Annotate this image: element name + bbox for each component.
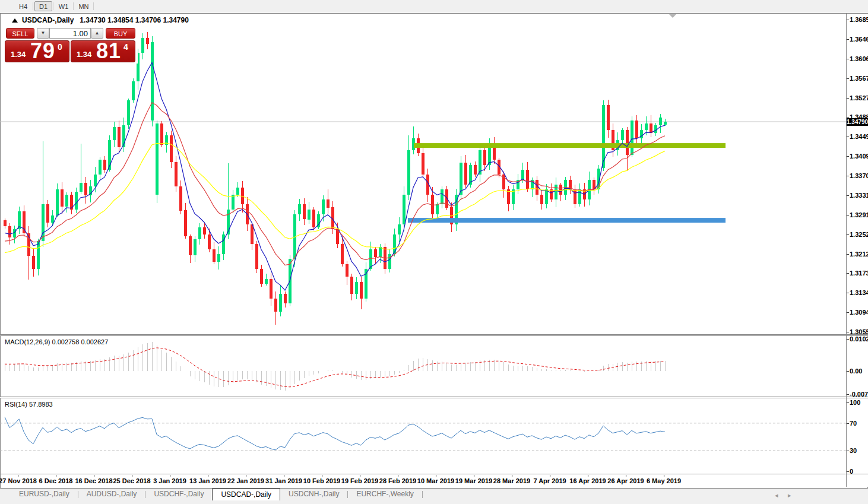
date-axis-label: 28 Mar 2019 <box>493 477 530 484</box>
date-axis-label: 26 Apr 2019 <box>607 477 644 484</box>
chart-tabs: EURUSD-,DailyAUDUSD-,DailyUSDCHF-,DailyU… <box>11 489 423 500</box>
date-axis-label: 6 Dec 2018 <box>39 477 73 484</box>
timeframe-button-w1[interactable]: W1 <box>55 1 72 11</box>
price-axis-label: 1.30940 <box>850 309 868 316</box>
macd-signal-line <box>5 348 665 387</box>
buy-price-prefix: 1.34 <box>77 50 91 59</box>
rsi-axis-label-tick <box>847 451 849 451</box>
symbol-triangle-icon[interactable] <box>12 18 18 23</box>
date-axis-label: 31 Jan 2019 <box>265 477 302 484</box>
chart-title-symbol: USDCAD-,Daily <box>22 16 74 24</box>
price-axis-label-tick <box>847 39 849 40</box>
rsi-axis-label-tick <box>847 471 849 472</box>
price-axis-label: 1.33700 <box>850 172 868 179</box>
date-axis-label: 27 Nov 2018 <box>0 477 37 484</box>
price-axis-label: 1.35270 <box>850 94 868 102</box>
rsi-line <box>5 417 665 451</box>
price-axis-label: 1.34090 <box>850 153 868 160</box>
rsi-axis-label-tick <box>847 423 849 424</box>
chart-tab-audusd[interactable]: AUDUSD-,Daily <box>78 489 145 500</box>
toolbar-separator <box>93 2 94 10</box>
buy-price-sup: 4 <box>123 42 128 52</box>
price-axis-label-tick <box>847 332 849 332</box>
pane-divider[interactable] <box>0 397 868 398</box>
buy-price-tile[interactable]: 1.34 81 4 <box>71 40 135 62</box>
price-axis-label: 1.34490 <box>850 133 868 140</box>
chart-title-ohlc: 1.34730 1.34854 1.34706 1.34790 <box>80 16 189 24</box>
macd-axis-label-tick <box>847 394 849 395</box>
toolbar-separator <box>33 2 33 10</box>
resistance-line[interactable] <box>414 143 726 148</box>
date-axis-label: 22 Jan 2019 <box>227 477 264 484</box>
timeframe-button-mn[interactable]: MN <box>75 1 93 11</box>
price-axis-label-tick <box>847 137 849 137</box>
price-axis-label-tick <box>847 20 849 20</box>
chart-tab-usdchf[interactable]: USDCHF-,Daily <box>145 489 212 500</box>
sell-button[interactable]: SELL <box>6 28 34 39</box>
rsi-canvas[interactable] <box>0 398 846 474</box>
tab-scroll-right-icon[interactable]: ▸ <box>788 492 791 499</box>
tab-scroll-left-icon[interactable]: ◂ <box>775 492 778 499</box>
price-axis-label-tick <box>847 254 849 255</box>
ma-line-slow <box>5 143 665 253</box>
price-axis-label-tick <box>847 156 849 157</box>
date-tick <box>170 475 170 477</box>
date-axis-label: 19 Feb 2019 <box>341 477 378 484</box>
date-tick <box>436 475 436 477</box>
ma-line-fast <box>5 63 665 291</box>
chart-tab-eurchf[interactable]: EURCHF-,Weekly <box>348 489 422 500</box>
date-tick <box>322 475 322 477</box>
macd-canvas[interactable] <box>0 336 846 397</box>
price-axis-label-tick <box>847 98 849 99</box>
chart-shift-marker-icon[interactable] <box>669 14 676 18</box>
buy-button[interactable]: BUY <box>106 28 135 39</box>
timeframe-button-h4[interactable]: H4 <box>14 1 32 11</box>
date-axis-label: 16 Dec 2018 <box>75 477 113 484</box>
macd-axis-label-tick <box>847 339 849 340</box>
macd-axis-label: -0.007477 <box>850 391 868 398</box>
mt4-terminal: H4D1W1MN USDCAD-,Daily1.34730 1.34854 1.… <box>0 0 868 504</box>
rsi-axis-label: 0 <box>850 468 853 475</box>
date-tick <box>588 475 588 477</box>
date-tick <box>56 475 56 477</box>
sell-price-prefix: 1.34 <box>11 50 26 59</box>
timeframe-button-d1[interactable]: D1 <box>34 1 52 11</box>
date-axis-label: 3 Jan 2019 <box>153 477 186 484</box>
chart-tab-usdcnh[interactable]: USDCNH-,Daily <box>280 489 347 500</box>
price-axis-label-tick <box>847 195 849 196</box>
price-axis-label: 1.34880 <box>850 113 868 121</box>
chart-tab-usdcad[interactable]: USDCAD-,Daily <box>212 489 280 500</box>
axis-separator <box>846 14 847 487</box>
support-line[interactable] <box>408 218 726 223</box>
date-tick <box>474 475 474 477</box>
price-axis-label: 1.31730 <box>850 270 868 277</box>
pane-divider[interactable] <box>0 334 868 336</box>
volume-decrease-button[interactable]: ▼ <box>37 28 49 39</box>
chart-title: USDCAD-,Daily1.34730 1.34854 1.34706 1.3… <box>12 16 189 24</box>
date-axis-label: 10 Mar 2019 <box>417 477 454 484</box>
date-tick <box>664 475 664 477</box>
date-tick <box>626 475 626 477</box>
date-tick <box>512 475 512 477</box>
date-tick <box>284 475 284 477</box>
price-axis-label: 1.32910 <box>850 211 868 218</box>
chart-tab-eurusd[interactable]: EURUSD-,Daily <box>11 489 78 500</box>
rsi-axis-label: 100 <box>850 399 860 406</box>
timeframe-toolbar: H4D1W1MN <box>0 0 868 13</box>
macd-axis-label: 0.00 <box>850 367 862 375</box>
volume-increase-button[interactable]: ▲ <box>91 28 103 39</box>
date-tick <box>208 475 208 477</box>
volume-input[interactable] <box>49 28 91 39</box>
price-axis-label: 1.30550 <box>850 328 868 335</box>
date-axis-label: 25 Dec 2018 <box>113 477 151 484</box>
price-axis-label-tick <box>847 293 849 293</box>
one-click-trading-panel: SELL ▼ ▲ BUY 1.34 79 0 1.34 81 4 <box>4 26 138 64</box>
price-axis-label: 1.33310 <box>850 192 868 199</box>
sell-price-tile[interactable]: 1.34 79 0 <box>5 40 69 62</box>
date-axis-label: 16 Apr 2019 <box>569 477 606 484</box>
toolbar-separator <box>73 2 74 10</box>
price-axis-label-tick <box>847 312 849 313</box>
toolbar-separator <box>53 2 53 10</box>
tab-separator <box>422 491 423 498</box>
price-axis-label-tick <box>847 215 849 215</box>
